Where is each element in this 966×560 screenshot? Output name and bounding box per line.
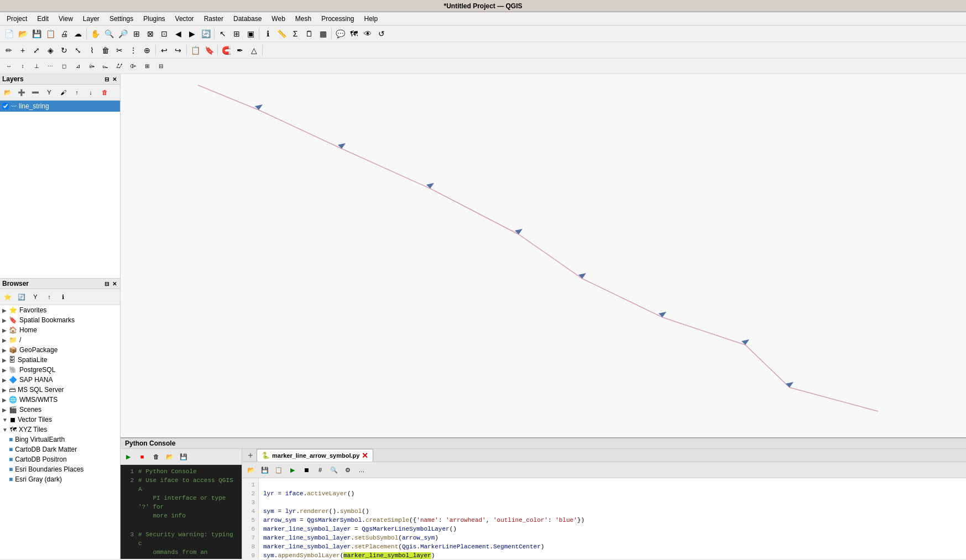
browser-root[interactable]: ▶ 📁 /	[0, 335, 120, 345]
browser-esri-boundaries[interactable]: ■ Esri Boundaries Places	[0, 464, 120, 474]
menu-plugins[interactable]: Plugins	[139, 14, 169, 24]
py-run-btn[interactable]: ▶	[122, 450, 135, 463]
redo-btn[interactable]: ↪	[171, 44, 185, 57]
copy-btn[interactable]: 🔖	[202, 44, 216, 57]
browser-xyz-tiles[interactable]: ▼ 🗺 XYZ Tiles	[0, 425, 120, 435]
measure-btn[interactable]: 📏	[275, 27, 288, 40]
browser-spatialite[interactable]: ▶ 🗄 SpatiaLite	[0, 355, 120, 365]
tab-close-btn[interactable]: ✕	[362, 451, 368, 460]
browser-postgresql[interactable]: ▶ 🐘 PostgreSQL	[0, 365, 120, 375]
adv11[interactable]: ⊞	[140, 60, 154, 73]
editor-content[interactable]: 1 2 3 4 5 6 7 8 9 lyr = iface.activeLaye…	[242, 478, 966, 559]
adv7[interactable]: ⌲	[85, 60, 98, 73]
adv10[interactable]: ⌱	[127, 60, 140, 73]
open-project-btn[interactable]: 📂	[16, 27, 29, 40]
browser-cartodb-positron[interactable]: ■ CartoDB Positron	[0, 454, 120, 464]
field-calc-btn[interactable]: ▦	[316, 27, 330, 40]
browser-home-btn[interactable]: ⭐	[1, 290, 14, 303]
scale-btn[interactable]: ⤡	[71, 44, 85, 57]
browser-sap-hana[interactable]: ▶ 🔷 SAP HANA	[0, 375, 120, 385]
map-tips-btn[interactable]: 💬	[333, 27, 347, 40]
menu-vector[interactable]: Vector	[171, 14, 199, 24]
layers-style-btn[interactable]: 🖌	[56, 86, 70, 99]
select-all-btn[interactable]: ▣	[244, 27, 257, 40]
menu-web[interactable]: Web	[267, 14, 289, 24]
cut-btn[interactable]: ✂	[113, 44, 126, 57]
editor-settings-btn[interactable]: ⚙	[341, 463, 354, 477]
attr-table-btn[interactable]: 🗒	[302, 27, 316, 40]
editor-add-tab-btn[interactable]: +	[244, 449, 257, 462]
adv1[interactable]: ↔	[2, 60, 15, 73]
zoom-next-btn[interactable]: ▶	[185, 27, 199, 40]
adv9[interactable]: ⌰	[113, 60, 126, 73]
layers-open-btn[interactable]: 📂	[1, 86, 14, 99]
browser-home[interactable]: ▶ 🏠 Home	[0, 325, 120, 335]
py-clear-btn[interactable]: 🗑	[149, 450, 163, 463]
node-tool-btn[interactable]: ◈	[44, 44, 57, 57]
browser-filter-btn[interactable]: Y	[29, 290, 42, 303]
browser-geopackage[interactable]: ▶ 📦 GeoPackage	[0, 345, 120, 355]
zoom-prev-btn[interactable]: ◀	[171, 27, 185, 40]
editor-tab-marker-line[interactable]: 🐍 marker_line_arrow_symbol.py ✕	[257, 449, 373, 462]
select-btn[interactable]: ↖	[216, 27, 229, 40]
trace-btn[interactable]: ✒	[233, 44, 247, 57]
map-canvas[interactable]	[121, 74, 966, 437]
refresh-btn[interactable]: 🔄	[199, 27, 212, 40]
deselect-btn[interactable]: ⊞	[230, 27, 243, 40]
qgis-cloud-btn[interactable]: ☁	[71, 27, 85, 40]
browser-scenes[interactable]: ▶ 🎬 Scenes	[0, 405, 120, 415]
simplify-btn[interactable]: ⌇	[85, 44, 98, 57]
browser-favorites[interactable]: ▶ ⭐ Favorites	[0, 305, 120, 315]
layers-filter-btn[interactable]: Y	[43, 86, 56, 99]
adv6[interactable]: ⊿	[71, 60, 85, 73]
menu-help[interactable]: Help	[360, 14, 383, 24]
layers-add-btn[interactable]: ➕	[15, 86, 28, 99]
browser-close-btn[interactable]: ✕	[111, 280, 118, 287]
zoom-in-btn[interactable]: 🔍	[102, 27, 116, 40]
menu-database[interactable]: Database	[229, 14, 266, 24]
py-open-btn[interactable]: 📂	[163, 450, 176, 463]
merge-btn[interactable]: ⊕	[140, 44, 154, 57]
print-btn[interactable]: 🖨	[58, 27, 71, 40]
layers-close-btn[interactable]: ✕	[111, 76, 118, 83]
browser-spatial-bookmarks[interactable]: ▶ 🔖 Spatial Bookmarks	[0, 315, 120, 325]
editor-save-btn[interactable]: 💾	[258, 463, 271, 477]
browser-vector-tiles[interactable]: ▼ ◼ Vector Tiles	[0, 415, 120, 425]
zoom-layer-btn[interactable]: ⊠	[144, 27, 157, 40]
editor-comment-btn[interactable]: #	[314, 463, 327, 477]
editor-open-btn[interactable]: 📂	[244, 463, 258, 477]
browser-cartodb-dark[interactable]: ■ CartoDB Dark Matter	[0, 444, 120, 454]
adv2[interactable]: ↕	[16, 60, 29, 73]
add-feature-btn[interactable]: +	[16, 44, 29, 57]
stats-btn[interactable]: Σ	[289, 27, 302, 40]
menu-settings[interactable]: Settings	[105, 14, 138, 24]
editor-stop-btn[interactable]: ⏹	[300, 463, 313, 477]
pan-btn[interactable]: ✋	[88, 27, 102, 40]
browser-refresh-btn[interactable]: 🔄	[15, 290, 28, 303]
adv5[interactable]: ◻	[58, 60, 71, 73]
save-as-btn[interactable]: 📋	[44, 27, 57, 40]
editor-run-btn[interactable]: ▶	[286, 463, 299, 477]
browser-info-btn[interactable]: ℹ	[56, 290, 70, 303]
zoom-selection-btn[interactable]: ⊡	[158, 27, 171, 40]
layer-checkbox-line-string[interactable]	[2, 103, 9, 109]
menu-project[interactable]: Project	[2, 14, 32, 24]
browser-float-btn[interactable]: ⊟	[103, 280, 110, 287]
menu-processing[interactable]: Processing	[317, 14, 358, 24]
menu-view[interactable]: View	[54, 14, 77, 24]
move-feature-btn[interactable]: ⤢	[30, 44, 43, 57]
zoom-out-btn[interactable]: 🔎	[116, 27, 129, 40]
shape-btn[interactable]: △	[247, 44, 260, 57]
adv4[interactable]: ⋯	[44, 60, 57, 73]
editor-more-btn[interactable]: …	[355, 463, 368, 477]
browser-ms-sql[interactable]: ▶ 🗃 MS SQL Server	[0, 385, 120, 395]
adv8[interactable]: ⌳	[99, 60, 112, 73]
menu-edit[interactable]: Edit	[33, 14, 53, 24]
layers-up-btn[interactable]: ↑	[70, 86, 83, 99]
zoom-full-btn[interactable]: ⊞	[130, 27, 143, 40]
delete-btn[interactable]: 🗑	[99, 44, 112, 57]
editor-save-as-btn[interactable]: 📋	[272, 463, 285, 477]
edit-mode-btn[interactable]: ✏	[2, 44, 15, 57]
browser-esri-gray[interactable]: ■ Esri Gray (dark)	[0, 474, 120, 484]
browser-collapse-btn[interactable]: ↑	[43, 290, 56, 303]
